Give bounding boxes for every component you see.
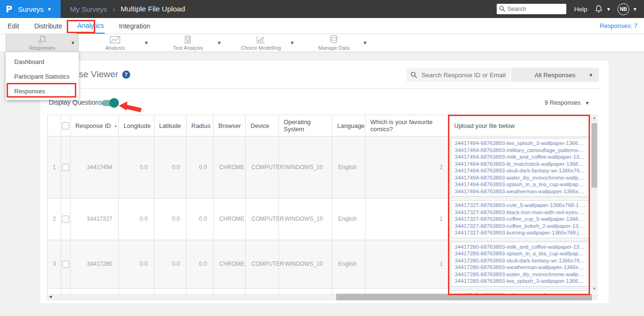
help-icon[interactable]: ? — [122, 71, 130, 79]
header-device[interactable]: Device — [246, 115, 279, 136]
tab-integration[interactable]: Integration — [118, 19, 151, 33]
vertical-scrollbar-thumb[interactable] — [591, 123, 597, 188]
chevron-down-icon[interactable]: ▼ — [144, 40, 149, 45]
tab-analytics[interactable]: Analytics — [76, 18, 105, 34]
file-list-box: 34417280-68763893-milk_and_coffee-wallpa… — [451, 242, 590, 287]
toolbar-item-manage-data[interactable]: Manage Data ▼ — [297, 34, 370, 52]
table-row: 2344173270.00.00.0CHROMECOMPUTERWINDOWS_… — [48, 199, 591, 240]
tab-edit[interactable]: Edit — [7, 19, 20, 33]
breadcrumb-current-survey: Multiple File Upload — [121, 5, 185, 13]
table-row: 1344174940.00.00.0CHROMECOMPUTERWINDOWS_… — [48, 136, 591, 199]
file-link[interactable]: 34417494-68763893-splash_in_a_tea_cup-wa… — [455, 181, 586, 188]
file-link[interactable]: 34417280-68763893-splash_in_a_tea_cup-wa… — [455, 250, 586, 257]
cell-language: English — [332, 240, 366, 288]
file-link[interactable]: 34417494-68763893-skull-dark-fantasy-wr-… — [455, 167, 586, 174]
header-response-id[interactable]: Response ID▲ — [71, 115, 119, 136]
cell-device — [246, 288, 279, 294]
responses-dropdown-menu: Dashboard Participant Statistics Respons… — [6, 52, 79, 100]
file-link[interactable]: 34417494-68763893-milk_and_coffee-wallpa… — [455, 153, 586, 161]
avatar: NB — [617, 3, 629, 15]
file-link[interactable]: 34417280-68763893-skull-dark-fantasy-wr-… — [455, 257, 586, 264]
response-filter-dropdown[interactable]: All Responses ▼ — [511, 68, 599, 82]
chevron-down-icon[interactable]: ▼ — [71, 40, 75, 45]
file-link[interactable]: 34417327-68763893-coffee_cup_5-wallpaper… — [455, 216, 586, 223]
file-link[interactable]: 34417280-68763893-weatherman-wallpaper-1… — [455, 264, 586, 271]
breadcrumb-my-surveys[interactable]: My Surveys — [70, 5, 107, 13]
horizontal-scrollbar-thumb[interactable] — [336, 294, 592, 300]
app-menu-label: Surveys — [18, 5, 44, 13]
file-link[interactable]: 34417280-68763893-tea_splash_3-wallpaper… — [455, 278, 586, 285]
toolbar-item-responses[interactable]: Responses ▼ — [6, 34, 79, 52]
toolbar-item-analysis[interactable]: Analysis ▼ — [79, 34, 152, 52]
header-comics-question[interactable]: Which is your favourite comics? — [366, 115, 449, 136]
menu-item-dashboard[interactable]: Dashboard — [6, 54, 79, 69]
row-checkbox-cell — [61, 199, 71, 240]
file-link[interactable]: 34417494-68763893-lit_matchstick-wallpap… — [455, 161, 586, 168]
cell-response-id — [71, 288, 119, 294]
vertical-scrollbar[interactable]: ▲ ▼ — [591, 115, 598, 293]
file-link[interactable]: 34417494-68763893-tea_splash_3-wallpaper… — [455, 140, 586, 147]
cell-browser: CHROME — [214, 136, 246, 199]
app-menu[interactable]: P Surveys ▼ — [0, 0, 61, 18]
file-link[interactable]: 34417494-68763893-military_camouflage_pa… — [455, 147, 586, 154]
horizontal-scrollbar[interactable]: ◄ — [46, 294, 598, 300]
chevron-down-icon[interactable]: ▼ — [363, 40, 367, 45]
cell-comics-answer: 1 — [366, 240, 449, 288]
cell-upload-files: 34417247-68763893-military_camouflage_pa… — [449, 288, 591, 294]
toolbar-item-label: Analysis — [106, 45, 125, 51]
topbar-right: Help ▼ NB ▼ — [497, 3, 644, 15]
responses-count-dropdown[interactable]: 9 Responses▼ — [545, 99, 590, 106]
cell-browser: CHROME — [214, 199, 246, 240]
cell-language: English — [332, 199, 366, 240]
header-operating-system[interactable]: Operating System — [279, 115, 332, 136]
row-checkbox[interactable] — [62, 261, 69, 268]
header-latitude[interactable]: Latitude — [154, 115, 187, 136]
menu-item-participant-statistics[interactable]: Participant Statistics — [6, 69, 79, 84]
header-radius[interactable]: Radius — [187, 115, 214, 136]
chevron-down-icon[interactable]: ▼ — [290, 40, 295, 45]
file-link[interactable]: 34417327-68763893-burning-wallpaper-1366… — [455, 229, 586, 236]
scroll-down-icon[interactable]: ▼ — [591, 287, 598, 291]
header-longitude[interactable]: Longitude — [119, 115, 154, 136]
responses-icon — [37, 36, 47, 44]
scroll-left-icon[interactable]: ◄ — [48, 294, 53, 299]
select-all-checkbox[interactable] — [62, 122, 69, 129]
header-language[interactable]: Language — [332, 115, 366, 136]
header-upload-file[interactable]: Upload your file below — [449, 115, 591, 136]
toolbar-item-choice-modelling[interactable]: Choice Modelling ▼ — [224, 34, 297, 52]
display-questions-toggle[interactable] — [102, 100, 117, 106]
header-browser[interactable]: Browser — [214, 115, 246, 136]
file-link[interactable]: 34417280-68763893-water_lily_monochrome-… — [455, 271, 586, 278]
chevron-down-icon[interactable]: ▼ — [217, 40, 222, 45]
cell-latitude: 0.0 — [154, 199, 187, 240]
cell-latitude: 0.0 — [154, 136, 187, 199]
menu-item-responses[interactable]: Responses — [6, 84, 79, 99]
cell-comics-answer — [366, 288, 449, 294]
file-link[interactable]: 34417280-68763893-milk_and_coffee-wallpa… — [455, 244, 586, 251]
file-link[interactable]: 34417327-68763893-coffee_bokeh_2-wallpap… — [455, 223, 586, 230]
file-link[interactable]: 34417494-68763893-water_lily_monochrome-… — [455, 174, 586, 181]
notifications-button[interactable]: ▼ — [595, 5, 611, 13]
chevron-down-icon: ▼ — [633, 7, 637, 12]
file-link[interactable]: 34417327-68763893-cute_5-wallpaper-1366x… — [455, 202, 586, 209]
cell-response-id: 34417327 — [71, 199, 119, 240]
global-search-input[interactable] — [497, 4, 566, 14]
file-link[interactable]: 34417494-68763893-weatherman-wallpaper-1… — [455, 188, 586, 195]
response-search-input[interactable] — [406, 68, 510, 82]
help-link[interactable]: Help — [574, 6, 587, 13]
cell-device: COMPUTER — [246, 240, 279, 288]
file-link[interactable]: 34417327-68763893-black-iron-man-with-re… — [455, 209, 586, 216]
toolbar-item-text-analysis[interactable]: Text Analysis ▼ — [152, 34, 224, 52]
brand-logo-icon: P — [6, 4, 12, 14]
account-menu[interactable]: NB ▼ — [617, 3, 637, 15]
row-checkbox[interactable] — [62, 164, 69, 171]
cell-language — [332, 288, 366, 294]
row-checkbox[interactable] — [62, 216, 69, 223]
scroll-up-icon[interactable]: ▲ — [591, 116, 598, 120]
tab-distribute[interactable]: Distribute — [33, 19, 63, 33]
responses-count-link[interactable]: Responses: 7 — [600, 22, 638, 29]
cell-upload-files: 34417494-68763893-tea_splash_3-wallpaper… — [449, 136, 591, 199]
manage-data-icon — [330, 36, 338, 44]
cell-latitude: 0.0 — [154, 240, 187, 288]
row-number-cell: 1 — [48, 136, 61, 199]
